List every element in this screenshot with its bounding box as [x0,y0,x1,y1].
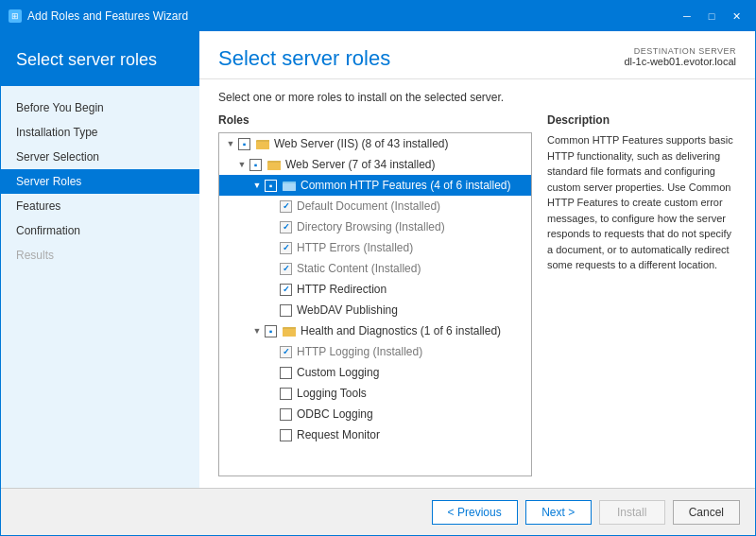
checkbox-default-doc[interactable]: ✓ [280,200,292,213]
checkbox-custom-logging[interactable] [280,367,292,379]
minimize-button[interactable]: ─ [676,7,698,26]
tree-label-request-monitor: Request Monitor [297,428,380,441]
tree-item-custom-logging[interactable]: ▶ Custom Logging [219,362,531,383]
sidebar-item-before-you-begin[interactable]: Before You Begin [1,95,199,120]
server-name: dl-1c-web01.evotor.local [624,56,736,67]
tree-item-http-logging[interactable]: ▶ ✓ HTTP Logging (Installed) [219,341,531,362]
roles-label: Roles [218,113,532,127]
sidebar-item-server-selection[interactable]: Server Selection [1,145,199,169]
tree-label-odbc-logging: ODBC Logging [297,407,373,421]
checkbox-http-logging[interactable]: ✓ [280,346,292,358]
main-window: ⊞ Add Roles and Features Wizard ─ □ ✕ Se… [0,0,756,536]
tree-item-webdav[interactable]: ▶ WebDAV Publishing [219,300,531,320]
tree-label-web-server-iis: Web Server (IIS) (8 of 43 installed) [274,137,449,150]
main-content: Select one or more roles to install on t… [199,79,755,488]
folder-icon [282,178,297,193]
sidebar-nav: Before You Begin Installation Type Serve… [1,86,199,488]
expander-icon: ▼ [234,157,249,172]
tree-item-web-server-iis[interactable]: ▼ ▪ Web Server (IIS) (8 of 43 installed) [219,133,531,154]
checkbox-common-http[interactable]: ▪ [265,180,277,192]
tree-label-static-content: Static Content (Installed) [297,262,421,275]
instruction-text: Select one or more roles to install on t… [218,91,736,104]
previous-button[interactable]: < Previous [432,500,518,525]
tree-label-http-logging: HTTP Logging (Installed) [297,345,422,358]
folder-icon [282,323,297,338]
expander-icon: ▼ [249,323,265,338]
expander-icon: ▼ [223,136,238,151]
expander-icon: ▼ [249,178,265,193]
tree-item-common-http[interactable]: ▼ ▪ Common HTTP Features (4 of 6 install… [219,175,531,196]
page-title: Select server roles [218,46,390,71]
next-button[interactable]: Next > [525,500,592,525]
checkbox-odbc-logging[interactable] [280,408,292,421]
svg-rect-5 [283,183,296,191]
description-panel: Description Common HTTP Features support… [547,113,736,476]
title-bar-left: ⊞ Add Roles and Features Wizard [9,9,188,23]
description-text: Common HTTP Features supports basic HTTP… [547,132,736,273]
tree-label-web-server: Web Server (7 of 34 installed) [285,158,436,171]
sidebar-item-server-roles[interactable]: Server Roles [1,169,199,194]
title-bar-controls: ─ □ ✕ [676,7,747,26]
folder-icon [255,136,270,151]
tree-label-health-diag: Health and Diagnostics (1 of 6 installed… [301,324,501,337]
tree-item-static-content[interactable]: ▶ ✓ Static Content (Installed) [219,258,531,279]
tree-item-logging-tools[interactable]: ▶ Logging Tools [219,383,531,404]
install-button: Install [599,500,665,525]
svg-rect-1 [256,142,269,149]
checkbox-dir-browsing[interactable]: ✓ [280,221,292,233]
tree-item-odbc-logging[interactable]: ▶ ODBC Logging [219,404,531,424]
checkbox-http-redirect[interactable]: ✓ [280,284,292,296]
sidebar-header: Select server roles [1,31,199,86]
tree-label-custom-logging: Custom Logging [297,366,379,379]
checkbox-web-server[interactable]: ▪ [249,159,262,171]
tree-item-health-diag[interactable]: ▼ ▪ Health and Diagnostics (1 of 6 insta… [219,320,531,341]
tree-label-http-errors: HTTP Errors (Installed) [297,241,413,254]
tree-label-webdav: WebDAV Publishing [297,303,398,317]
tree-item-http-redirect[interactable]: ▶ ✓ HTTP Redirection [219,279,531,300]
tree-label-default-doc: Default Document (Installed) [297,199,440,213]
sidebar-item-installation-type[interactable]: Installation Type [1,120,199,145]
checkbox-request-monitor[interactable] [280,429,292,441]
tree-label-http-redirect: HTTP Redirection [297,283,387,296]
tree-item-default-doc[interactable]: ▶ ✓ Default Document (Installed) [219,196,531,216]
roles-tree[interactable]: ▼ ▪ Web Server (IIS) (8 of 43 installed)… [218,132,532,476]
destination-server: DESTINATION SERVER dl-1c-web01.evotor.lo… [624,46,736,67]
cancel-button[interactable]: Cancel [673,500,740,525]
checkbox-static-content[interactable]: ✓ [280,263,292,275]
checkbox-web-server-iis[interactable]: ▪ [238,138,250,150]
sidebar: Select server roles Before You Begin Ins… [1,31,199,488]
title-bar: ⊞ Add Roles and Features Wizard ─ □ ✕ [1,1,755,31]
panels: Roles ▼ ▪ Web Server (IIS) (8 of 43 inst… [218,113,736,476]
checkbox-webdav[interactable] [280,304,292,317]
tree-item-web-server[interactable]: ▼ ▪ Web Server (7 of 34 installed) [219,154,531,175]
title-bar-title: Add Roles and Features Wizard [27,9,188,23]
svg-rect-7 [283,329,296,337]
sidebar-item-results: Results [1,243,199,268]
checkbox-http-errors[interactable]: ✓ [280,242,292,254]
tree-label-dir-browsing: Directory Browsing (Installed) [297,220,445,233]
svg-rect-3 [267,163,281,170]
destination-label: DESTINATION SERVER [624,46,736,56]
maximize-button[interactable]: □ [700,7,723,26]
main-header: Select server roles DESTINATION SERVER d… [199,31,755,79]
close-button[interactable]: ✕ [725,7,747,26]
tree-item-http-errors[interactable]: ▶ ✓ HTTP Errors (Installed) [219,237,531,258]
sidebar-item-features[interactable]: Features [1,194,199,218]
content-area: Select server roles Before You Begin Ins… [1,31,755,488]
tree-label-common-http: Common HTTP Features (4 of 6 installed) [301,179,511,192]
description-label: Description [547,113,736,127]
tree-item-dir-browsing[interactable]: ▶ ✓ Directory Browsing (Installed) [219,216,531,237]
checkbox-logging-tools[interactable] [280,388,292,400]
main-panel: Select server roles DESTINATION SERVER d… [199,31,755,488]
tree-label-logging-tools: Logging Tools [297,387,367,400]
checkbox-health-diag[interactable]: ▪ [265,325,277,337]
footer: < Previous Next > Install Cancel [1,488,755,535]
sidebar-item-confirmation[interactable]: Confirmation [1,218,199,243]
tree-item-request-monitor[interactable]: ▶ Request Monitor [219,424,531,445]
window-icon: ⊞ [9,9,22,23]
roles-panel: Roles ▼ ▪ Web Server (IIS) (8 of 43 inst… [218,113,532,476]
folder-icon [266,157,282,172]
